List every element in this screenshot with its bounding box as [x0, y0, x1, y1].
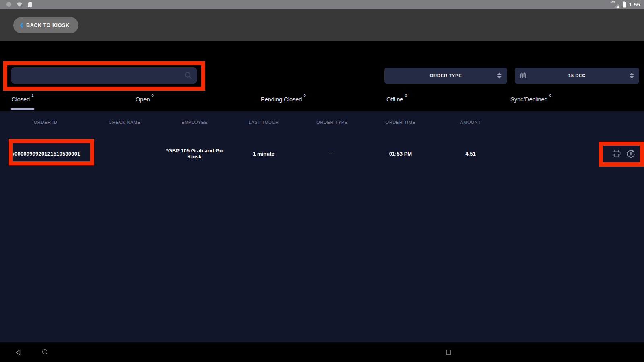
status-time: 1:55: [629, 2, 640, 8]
tab-offline[interactable]: Offline0: [386, 93, 407, 110]
tab-open[interactable]: Open0: [136, 93, 154, 110]
nav-back-icon[interactable]: [15, 349, 21, 356]
updown-arrows-icon: [630, 73, 634, 78]
svg-text:?: ?: [21, 5, 23, 8]
app-header: BACK TO KIOSK: [0, 9, 644, 41]
main-content: ORDER TYPE: [0, 41, 644, 342]
chevron-left-icon: [20, 22, 23, 28]
order-time-cell: 01:53 PM: [367, 151, 434, 157]
column-header-order-type: ORDER TYPE: [297, 120, 367, 125]
search-icon: [184, 71, 193, 82]
tab-count-badge: 0: [303, 93, 305, 97]
calendar-icon: [520, 72, 526, 79]
active-tab-underline: [11, 108, 34, 110]
back-button-label: BACK TO KIOSK: [26, 23, 70, 28]
orders-table-header: ORDER ID CHECK NAME EMPLOYEE LAST TOUCH …: [0, 111, 644, 133]
order-type-cell: -: [297, 151, 367, 157]
employee-cell: *GBP 105 Grab and Go Kiosk: [159, 148, 230, 160]
date-picker-value: 15 DEC: [568, 73, 586, 78]
battery-icon: [622, 1, 626, 8]
search-input[interactable]: [11, 67, 197, 84]
column-header-employee: EMPLOYEE: [159, 120, 230, 125]
orders-screen: ? LTE: [0, 0, 644, 362]
column-header-order-id: ORDER ID: [0, 120, 91, 125]
date-picker[interactable]: 15 DEC: [515, 68, 639, 84]
column-header-last-touch: LAST TOUCH: [230, 120, 297, 125]
status-bar-right-icons: LTE 1:55: [611, 1, 640, 8]
tab-sync-declined[interactable]: Sync/Declined0: [510, 93, 551, 110]
order-type-dropdown-label: ORDER TYPE: [430, 73, 462, 78]
updown-arrows-icon: [497, 73, 502, 78]
order-type-dropdown[interactable]: ORDER TYPE: [384, 68, 507, 84]
tab-count-badge: 0: [405, 93, 407, 97]
column-header-order-time: ORDER TIME: [367, 120, 434, 125]
svg-text:$: $: [630, 151, 632, 156]
last-touch-cell: 1 minute: [230, 151, 297, 157]
column-header-amount: AMOUNT: [434, 120, 507, 125]
tab-closed[interactable]: Closed1: [12, 93, 33, 110]
lte-signal-icon: LTE: [611, 1, 619, 8]
notification-dot-icon: [6, 2, 11, 7]
column-header-check-name: CHECK NAME: [91, 120, 159, 125]
print-receipt-button[interactable]: [612, 150, 621, 158]
order-status-tabs: Closed1 Open0 Pending Closed0 Offline0 S…: [0, 93, 644, 110]
nav-recents-icon[interactable]: [446, 350, 451, 355]
printer-icon: [612, 153, 621, 159]
orders-table: ORDER ID CHECK NAME EMPLOYEE LAST TOUCH …: [0, 111, 644, 342]
nav-home-icon[interactable]: [42, 349, 48, 355]
status-bar-left-icons: ?: [4, 2, 32, 8]
android-nav-bar: [0, 342, 644, 362]
refund-button[interactable]: $: [626, 149, 636, 158]
back-to-kiosk-button[interactable]: BACK TO KIOSK: [13, 17, 78, 33]
wifi-question-icon: ?: [16, 2, 23, 7]
tab-count-badge: 0: [151, 93, 153, 97]
tab-pending-closed[interactable]: Pending Closed0: [261, 93, 306, 110]
refund-dollar-icon: $: [626, 154, 636, 160]
table-row[interactable]: A0000999920121510530001 *GBP 105 Grab an…: [0, 133, 644, 174]
clipboard-icon: [27, 2, 32, 8]
amount-cell: 4.51: [434, 151, 507, 157]
android-status-bar: ? LTE: [0, 0, 644, 9]
tab-count-badge: 0: [549, 93, 551, 97]
order-id-cell: A0000999920121510530001: [0, 151, 91, 157]
tab-count-badge: 1: [31, 93, 33, 97]
row-actions: $: [507, 149, 644, 158]
